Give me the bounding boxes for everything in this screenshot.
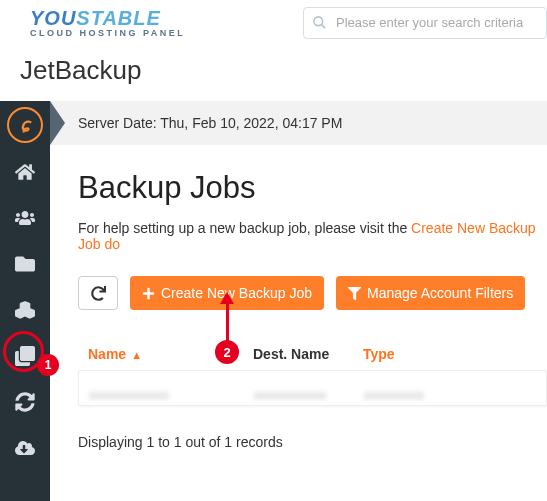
cell-type xyxy=(364,379,536,397)
home-icon xyxy=(15,162,35,182)
logo-subtitle: CLOUD HOSTING PANEL xyxy=(30,28,185,38)
plus-icon xyxy=(142,287,155,300)
refresh-icon xyxy=(91,286,106,301)
users-icon xyxy=(15,208,35,228)
page-heading: Backup Jobs xyxy=(78,170,547,206)
help-text: For help setting up a new backup job, pl… xyxy=(78,220,547,252)
sidebar-item-destinations[interactable] xyxy=(0,241,50,287)
page-title: JetBackup xyxy=(20,55,527,86)
sidebar-item-refresh[interactable] xyxy=(0,379,50,425)
manage-button-label: Manage Account Filters xyxy=(367,285,513,301)
sidebar-item-cloud[interactable] xyxy=(0,425,50,471)
clone-icon xyxy=(15,346,35,366)
sync-icon xyxy=(15,392,35,412)
logo-you: YOU xyxy=(30,7,76,30)
sort-asc-icon: ▲ xyxy=(128,349,142,361)
logo-stable: STABLE xyxy=(76,7,161,30)
sidebar-item-accounts[interactable] xyxy=(0,195,50,241)
column-header-name[interactable]: Name ▲ xyxy=(88,346,253,362)
swirl-icon: ɕ xyxy=(20,114,30,136)
filter-icon xyxy=(348,287,361,300)
page-title-bar: JetBackup xyxy=(0,45,547,101)
svg-point-0 xyxy=(314,16,323,25)
column-header-type[interactable]: Type xyxy=(363,346,537,362)
svg-line-1 xyxy=(321,24,325,28)
chevron-icon xyxy=(50,101,65,145)
search-icon xyxy=(312,15,327,34)
create-backup-job-button[interactable]: Create New Backup Job xyxy=(130,276,324,310)
annotation-badge-1: 1 xyxy=(37,354,59,376)
create-button-label: Create New Backup Job xyxy=(161,285,312,301)
sidebar-item-home[interactable] xyxy=(0,149,50,195)
brand-logo[interactable]: YOUSTABLE CLOUD HOSTING PANEL xyxy=(30,7,185,38)
refresh-button[interactable] xyxy=(78,276,118,310)
table-header: Name ▲ Dest. Name Type xyxy=(78,338,547,370)
sidebar-app-logo[interactable]: ɕ xyxy=(0,101,50,149)
folder-icon xyxy=(15,254,35,274)
main-content: Server Date: Thu, Feb 10, 2022, 04:17 PM… xyxy=(50,101,547,501)
breadcrumb-bar: Server Date: Thu, Feb 10, 2022, 04:17 PM xyxy=(50,101,547,145)
cell-name xyxy=(89,379,254,397)
column-header-dest[interactable]: Dest. Name xyxy=(253,346,363,362)
sidebar: ɕ 1 xyxy=(0,101,50,501)
help-prefix: For help setting up a new backup job, pl… xyxy=(78,220,411,236)
cubes-icon xyxy=(15,300,35,320)
button-row: Create New Backup Job Manage Account Fil… xyxy=(78,276,547,310)
records-count: Displaying 1 to 1 out of 1 records xyxy=(78,434,547,450)
server-date: Server Date: Thu, Feb 10, 2022, 04:17 PM xyxy=(78,115,342,131)
manage-filters-button[interactable]: Manage Account Filters xyxy=(336,276,525,310)
cell-dest xyxy=(254,379,364,397)
top-header: YOUSTABLE CLOUD HOSTING PANEL xyxy=(0,0,547,45)
cloud-download-icon xyxy=(15,438,35,458)
table-row[interactable] xyxy=(78,370,547,406)
sidebar-item-backup-jobs[interactable] xyxy=(0,287,50,333)
search-box xyxy=(303,7,547,39)
search-input[interactable] xyxy=(303,7,547,39)
